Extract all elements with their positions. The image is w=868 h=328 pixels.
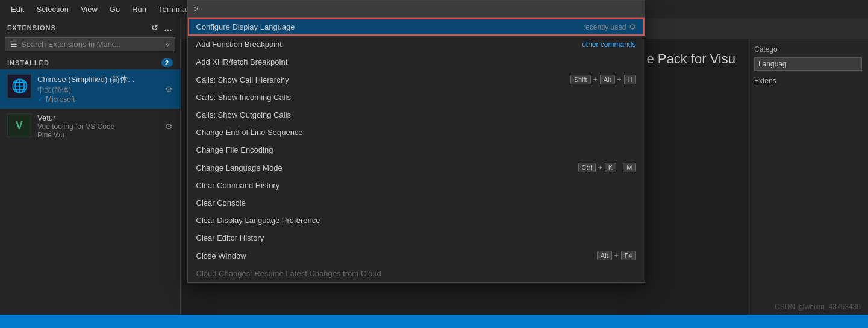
installed-header: INSTALLED 2 (0, 56, 180, 69)
content-pack-title: e Pack for Visu (646, 51, 735, 67)
command-label-show-call-hierarchy: Calls: Show Call Hierarchy (196, 75, 570, 84)
key-shift: Shift (570, 75, 591, 84)
command-item-clear-command-history[interactable]: Clear Command History (188, 177, 645, 194)
shortcut-close-window: Alt + F4 (597, 251, 636, 260)
sidebar-header-icons: ↺ … (151, 23, 173, 33)
command-palette[interactable]: Configure Display Language recently used… (187, 0, 645, 283)
command-label-clear-editor-history: Clear Editor History (196, 233, 636, 242)
command-item-show-incoming[interactable]: Calls: Show Incoming Calls (188, 89, 645, 106)
key-f4: F4 (621, 251, 636, 260)
command-label-clear-command-history: Clear Command History (196, 181, 636, 190)
menu-run[interactable]: Run (127, 2, 151, 16)
key-k: K (605, 163, 616, 172)
command-item-clear-display-lang[interactable]: Clear Display Language Preference (188, 212, 645, 229)
key-alt: Alt (600, 75, 615, 84)
plus1: + (593, 75, 598, 84)
key-m: M (623, 163, 635, 172)
key-alt2: Alt (597, 251, 612, 260)
plus4: + (614, 251, 619, 260)
command-label-show-incoming: Calls: Show Incoming Calls (196, 93, 636, 102)
search-box[interactable]: ☰ ▿ (5, 37, 175, 51)
command-item-show-outgoing[interactable]: Calls: Show Outgoing Calls (188, 106, 645, 124)
extension-item-chinese[interactable]: 🌐 Chinese (Simplified) (简体... 中文(简体) ✓ M… (0, 69, 180, 109)
extension-icon-vetur: V (7, 113, 31, 137)
command-label-show-outgoing: Calls: Show Outgoing Calls (196, 110, 636, 119)
installed-count: 2 (161, 58, 173, 67)
command-label-change-language: Change Language Mode (196, 163, 578, 172)
extension-name-vetur: Vetur (37, 113, 159, 122)
command-item-close-window[interactable]: Close Window Alt + F4 (188, 247, 645, 265)
refresh-icon[interactable]: ↺ (151, 23, 159, 33)
extension-info-vetur: Vetur Vue tooling for VS Code Pine Wu (37, 113, 159, 139)
verified-icon: ✓ (37, 95, 43, 104)
command-label-change-eol: Change End of Line Sequence (196, 128, 636, 137)
extension-section-label: Extens (754, 77, 862, 85)
sidebar-header: EXTENSIONS ↺ … (0, 18, 180, 37)
command-label-configure-display: Configure Display Language (196, 22, 584, 31)
extension-info-chinese: Chinese (Simplified) (简体... 中文(简体) ✓ Mic… (37, 74, 159, 104)
extension-sub-chinese: 中文(简体) (37, 85, 159, 95)
command-item-change-eol[interactable]: Change End of Line Sequence (188, 124, 645, 141)
right-panel: Catego Languag Extens (748, 39, 868, 327)
plus2: + (617, 75, 622, 84)
command-label-cloud-changes: Cloud Changes: Resume Latest Changes fro… (196, 269, 636, 278)
shortcut-show-call-hierarchy: Shift + Alt + H (570, 75, 636, 84)
menu-view[interactable]: View (76, 2, 102, 16)
command-item-cloud-changes[interactable]: Cloud Changes: Resume Latest Changes fro… (188, 265, 645, 282)
sidebar: EXTENSIONS ↺ … ☰ ▿ INSTALLED 2 🌐 Chinese… (0, 18, 181, 328)
extension-gear-chinese[interactable]: ⚙ (165, 84, 173, 94)
command-label-change-encoding: Change File Encoding (196, 145, 636, 154)
command-item-change-encoding[interactable]: Change File Encoding (188, 141, 645, 159)
extension-author-chinese: ✓ Microsoft (37, 95, 159, 104)
extension-author-vetur: Pine Wu (37, 131, 159, 139)
recently-used-label: recently used (583, 23, 626, 31)
command-gear-icon[interactable]: ⚙ (629, 22, 636, 31)
command-item-add-xhr[interactable]: Add XHR/fetch Breakpoint (188, 53, 645, 71)
bottom-bar (0, 315, 868, 328)
menu-edit[interactable]: Edit (6, 2, 29, 16)
command-input-row[interactable] (188, 1, 645, 18)
shortcut-change-language: Ctrl + K M (578, 163, 636, 172)
command-label-add-function: Add Function Breakpoint (196, 40, 582, 49)
extension-gear-vetur[interactable]: ⚙ (165, 122, 173, 131)
category-label: Catego (754, 45, 862, 54)
sidebar-title: EXTENSIONS (7, 24, 56, 31)
command-label-add-xhr: Add XHR/fetch Breakpoint (196, 57, 636, 66)
extension-item-vetur[interactable]: V Vetur Vue tooling for VS Code Pine Wu … (0, 109, 180, 144)
command-item-clear-console[interactable]: Clear Console (188, 194, 645, 212)
command-item-change-language[interactable]: Change Language Mode Ctrl + K M (188, 159, 645, 177)
extension-icon-chinese: 🌐 (7, 74, 31, 98)
key-ctrl: Ctrl (578, 163, 596, 172)
more-actions-icon[interactable]: … (164, 23, 173, 33)
space1 (619, 163, 620, 172)
watermark: CSDN @weixin_43763430 (775, 303, 861, 311)
plus3: + (598, 163, 602, 172)
extension-sub-vetur: Vue tooling for VS Code (37, 122, 159, 131)
command-item-clear-editor-history[interactable]: Clear Editor History (188, 229, 645, 247)
watermark-text: CSDN @weixin_43763430 (775, 303, 861, 311)
filter-icon[interactable]: ▿ (166, 40, 170, 49)
command-label-close-window: Close Window (196, 251, 597, 260)
menu-selection[interactable]: Selection (31, 2, 73, 16)
installed-label: INSTALLED (7, 59, 49, 66)
other-commands-label: other commands (582, 40, 635, 49)
command-input[interactable] (194, 4, 639, 14)
command-item-show-call-hierarchy[interactable]: Calls: Show Call Hierarchy Shift + Alt +… (188, 71, 645, 89)
search-input[interactable] (21, 40, 162, 49)
command-label-clear-display-lang: Clear Display Language Preference (196, 216, 636, 225)
language-value: Languag (754, 57, 862, 71)
extension-name-chinese: Chinese (Simplified) (简体... (37, 74, 159, 85)
search-icon: ☰ (10, 40, 17, 49)
command-item-configure-display-language[interactable]: Configure Display Language recently used… (188, 18, 645, 36)
menu-go[interactable]: Go (105, 2, 125, 16)
key-h: H (624, 75, 636, 84)
command-item-add-function-breakpoint[interactable]: Add Function Breakpoint other commands (188, 36, 645, 53)
command-label-clear-console: Clear Console (196, 198, 636, 207)
command-list: Configure Display Language recently used… (188, 18, 645, 282)
